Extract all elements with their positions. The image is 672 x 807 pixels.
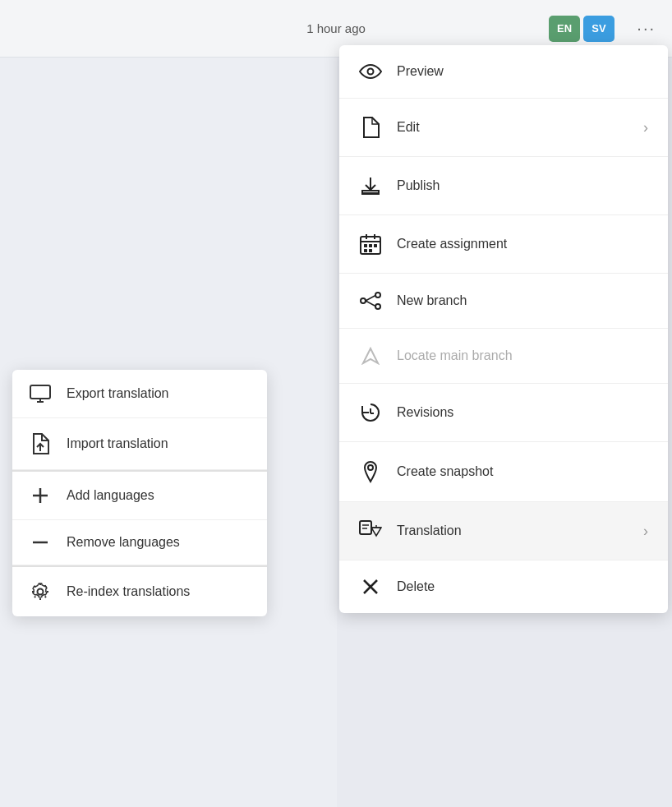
menu-item-locate-main-branch[interactable]: Locate main branch — [339, 329, 668, 384]
lang-en-button[interactable]: EN — [549, 16, 580, 42]
svg-rect-30 — [360, 521, 371, 534]
document-icon — [359, 117, 382, 138]
svg-rect-18 — [374, 244, 377, 247]
history-icon — [359, 402, 382, 423]
language-buttons: EN SV — [549, 16, 614, 42]
menu-item-import-translation[interactable]: Import translation — [12, 418, 267, 470]
gear-icon — [29, 582, 52, 602]
svg-point-22 — [375, 304, 380, 309]
menu-item-preview[interactable]: Preview — [339, 45, 668, 99]
calendar-icon — [359, 233, 382, 255]
menu-label-publish: Publish — [397, 178, 440, 193]
menu-item-revisions[interactable]: Revisions — [339, 384, 668, 442]
menu-label-translation: Translation — [397, 523, 462, 538]
menu-label-delete: Delete — [397, 579, 435, 594]
svg-rect-0 — [30, 385, 50, 399]
edit-chevron-icon: › — [643, 119, 648, 136]
menu-item-publish[interactable]: Publish — [339, 157, 668, 215]
translation-chevron-icon: › — [643, 523, 648, 540]
svg-point-7 — [38, 589, 44, 595]
menu-item-translation[interactable]: Translation › — [339, 502, 668, 560]
menu-label-re-index-translations: Re-index translations — [67, 584, 190, 599]
menu-label-locate-main-branch: Locate main branch — [397, 348, 513, 363]
menu-item-re-index-translations[interactable]: Re-index translations — [12, 565, 267, 616]
menu-label-create-assignment: Create assignment — [397, 237, 507, 251]
menu-item-remove-languages[interactable]: Remove languages — [12, 520, 267, 565]
pin-icon — [359, 460, 382, 483]
menu-label-remove-languages: Remove languages — [67, 535, 180, 550]
left-context-menu: Export translation Import translation Ad… — [12, 370, 267, 616]
menu-item-add-languages[interactable]: Add languages — [12, 470, 267, 520]
file-upload-icon — [29, 433, 52, 454]
menu-item-new-branch[interactable]: New branch — [339, 274, 668, 329]
svg-point-29 — [368, 465, 373, 470]
lang-sv-button[interactable]: SV — [583, 16, 614, 42]
menu-label-import-translation: Import translation — [67, 436, 168, 451]
menu-item-delete[interactable]: Delete — [339, 560, 668, 613]
share-icon — [359, 292, 382, 310]
menu-label-edit: Edit — [397, 120, 420, 135]
menu-item-edit[interactable]: Edit › — [339, 99, 668, 157]
svg-rect-20 — [369, 249, 372, 252]
menu-label-export-translation: Export translation — [67, 386, 169, 401]
svg-rect-19 — [364, 249, 367, 252]
right-context-menu: Preview Edit › Publish — [339, 45, 668, 613]
menu-item-create-assignment[interactable]: Create assignment — [339, 215, 668, 274]
menu-item-export-translation[interactable]: Export translation — [12, 370, 267, 418]
menu-item-create-snapshot[interactable]: Create snapshot — [339, 442, 668, 502]
menu-label-add-languages: Add languages — [67, 488, 154, 503]
timestamp: 1 hour ago — [306, 21, 366, 35]
svg-point-8 — [368, 69, 374, 75]
svg-rect-17 — [369, 244, 372, 247]
minus-icon — [29, 541, 52, 544]
menu-label-new-branch: New branch — [397, 293, 467, 308]
close-icon — [359, 579, 382, 595]
arrow-icon — [359, 347, 382, 365]
svg-rect-16 — [364, 244, 367, 247]
publish-download-icon — [359, 175, 382, 196]
svg-point-21 — [375, 293, 380, 297]
more-options-button[interactable]: ··· — [637, 19, 656, 38]
monitor-icon — [29, 385, 52, 403]
translate-icon — [359, 520, 382, 542]
svg-line-24 — [366, 296, 375, 302]
svg-line-25 — [366, 301, 375, 307]
svg-marker-26 — [363, 348, 378, 363]
svg-point-23 — [361, 298, 366, 303]
menu-label-revisions: Revisions — [397, 405, 453, 420]
eye-icon — [359, 63, 382, 80]
menu-label-create-snapshot: Create snapshot — [397, 464, 493, 479]
menu-label-preview: Preview — [397, 64, 444, 79]
plus-icon — [29, 487, 52, 505]
